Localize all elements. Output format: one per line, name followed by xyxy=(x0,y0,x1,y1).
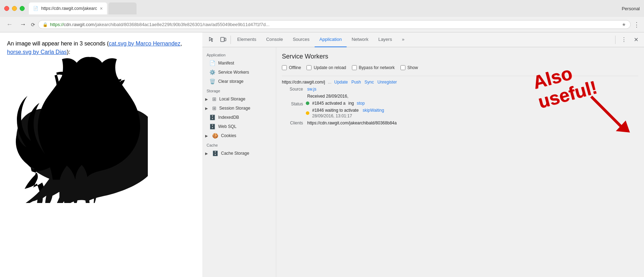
tab-network[interactable]: Network xyxy=(347,32,373,47)
manifest-icon: 📄 xyxy=(209,60,215,66)
url-path: /jakearchibald/80368b84ac1ae8e229fc90b3f… xyxy=(94,22,269,27)
sw-status-entries: #1845 activated a ing stop #1846 waiting… xyxy=(306,101,384,118)
sw-option-update-on-reload[interactable]: Update on reload xyxy=(307,65,346,70)
sw-status-entry-1845: #1845 activated a ing stop xyxy=(306,101,384,106)
browser-menu-button[interactable]: ⋮ xyxy=(633,21,640,29)
offline-checkbox[interactable] xyxy=(282,65,287,70)
tab-elements[interactable]: Elements xyxy=(232,32,261,47)
toolbar-separator xyxy=(231,36,231,44)
forward-button[interactable]: → xyxy=(18,20,28,29)
tab-favicon: 📄 xyxy=(33,6,38,11)
sw-option-show[interactable]: Show xyxy=(400,65,418,70)
sw-status-entry-1846: #1846 waiting to activate skipWaiting 28… xyxy=(306,108,384,118)
browser-tab[interactable]: 📄 https://cdn.rawgit.com/jakearc × xyxy=(29,2,107,14)
service-workers-title: Service Workers xyxy=(282,53,638,60)
sw-worker-row: https://cdn.rawgit.com/j ... Update Push… xyxy=(282,80,638,85)
sw-waiting-dot xyxy=(306,111,309,115)
web-sql-icon: 🗄️ xyxy=(209,124,215,129)
show-checkbox[interactable] xyxy=(400,65,405,70)
sw-unregister-link[interactable]: Unregister xyxy=(377,80,397,85)
devtools-right-icons: ⋮ ✕ xyxy=(614,35,641,44)
title-bar: 📄 https://cdn.rawgit.com/jakearc × Perso… xyxy=(0,0,644,17)
maximize-button[interactable] xyxy=(20,6,25,11)
cookies-icon: 🍪 xyxy=(212,133,218,138)
sw-received-row: Received 28/09/2016, xyxy=(282,94,638,99)
tab-layers[interactable]: Layers xyxy=(373,32,397,47)
sw-skip-waiting-link[interactable]: skipWaiting xyxy=(362,108,384,113)
sw-1846-info: #1846 waiting to activate skipWaiting 28… xyxy=(312,108,384,118)
devtools-tabs: Elements Console Sources Application Net… xyxy=(232,32,614,47)
sw-stop-link[interactable]: stop xyxy=(357,101,365,106)
sw-source-link[interactable]: sw.js xyxy=(307,87,316,92)
right-separator xyxy=(615,36,615,44)
tab-sources[interactable]: Sources xyxy=(288,32,315,47)
sidebar-item-cache-storage[interactable]: ▶ 🗄️ Cache Storage xyxy=(202,149,276,158)
new-tab-ghost xyxy=(108,2,137,14)
sidebar-item-manifest[interactable]: 📄 Manifest xyxy=(202,59,276,68)
session-storage-icon: ⊞ xyxy=(212,105,216,111)
sw-sync-link[interactable]: Sync xyxy=(365,80,374,85)
sw-worker-url: https://cdn.rawgit.com/j xyxy=(282,80,325,85)
cat-silhouette xyxy=(14,42,183,197)
sidebar-item-session-storage[interactable]: ▶ ⊞ Session Storage xyxy=(202,104,276,113)
session-storage-arrow-icon: ▶ xyxy=(205,106,209,110)
sw-option-bypass-network[interactable]: Bypass for network xyxy=(352,65,395,70)
sw-1845-text: #1845 activated a xyxy=(312,101,346,106)
sw-option-offline[interactable]: Offline xyxy=(282,65,301,70)
sw-push-link[interactable]: Push xyxy=(351,80,361,85)
sw-clients-value: https://cdn.rawgit.com/jakearchibald/803… xyxy=(307,121,397,125)
sidebar-item-cookies[interactable]: ▶ 🍪 Cookies xyxy=(202,131,276,140)
reload-button[interactable]: ⟳ xyxy=(31,22,35,27)
sw-clients-label: Clients xyxy=(282,121,303,125)
sw-received-value: Received 28/09/2016, xyxy=(307,94,348,99)
device-toolbar-button[interactable] xyxy=(217,35,229,45)
tab-application[interactable]: Application xyxy=(315,32,347,47)
url-text: https://cdn.rawgit.com/jakearchibald/803… xyxy=(50,22,270,27)
show-label: Show xyxy=(408,65,418,70)
sidebar-item-clear-storage[interactable]: 🗑️ Clear storage xyxy=(202,77,276,86)
profile-label: Personal xyxy=(622,6,640,11)
bypass-network-label: Bypass for network xyxy=(359,65,395,70)
indexeddb-icon: 🗄️ xyxy=(209,115,215,120)
sidebar-section-application: Application xyxy=(202,50,276,59)
offline-label: Offline xyxy=(289,65,301,70)
sw-source-row: Source sw.js xyxy=(282,87,638,92)
tab-title: https://cdn.rawgit.com/jakearc xyxy=(41,6,97,11)
devtools-sidebar: Application 📄 Manifest ⚙️ Service Worker… xyxy=(202,47,276,277)
security-lock-icon: 🔒 xyxy=(43,22,48,27)
sidebar-item-service-workers[interactable]: ⚙️ Service Workers xyxy=(202,68,276,77)
sw-1846-text: #1846 waiting to activate xyxy=(312,108,359,113)
tab-console[interactable]: Console xyxy=(261,32,288,47)
sw-1845-suffix: ing xyxy=(348,101,354,106)
back-button[interactable]: ← xyxy=(4,20,15,29)
devtools-menu-button[interactable]: ⋮ xyxy=(618,35,630,44)
tab-more[interactable]: » xyxy=(397,32,409,47)
sidebar-item-indexeddb[interactable]: 🗄️ IndexedDB xyxy=(202,113,276,122)
update-on-reload-checkbox[interactable] xyxy=(307,65,311,70)
local-storage-arrow-icon: ▶ xyxy=(205,97,209,101)
svg-rect-0 xyxy=(221,37,224,42)
sidebar-item-web-sql[interactable]: 🗄️ Web SQL xyxy=(202,122,276,131)
page-content: An image will appear here in 3 seconds (… xyxy=(0,32,202,277)
cookies-arrow-icon: ▶ xyxy=(205,134,209,138)
sw-update-link[interactable]: Update xyxy=(334,80,348,85)
devtools-close-button[interactable]: ✕ xyxy=(631,35,641,44)
inspect-element-button[interactable] xyxy=(205,35,217,45)
sidebar-item-local-storage[interactable]: ▶ ⊞ Local Storage xyxy=(202,94,276,104)
sw-status-row: Status #1845 activated a ing stop xyxy=(282,101,638,118)
svg-rect-1 xyxy=(225,38,226,41)
sidebar-section-storage: Storage xyxy=(202,86,276,94)
url-scheme: https:// xyxy=(50,22,64,27)
tab-close-button[interactable]: × xyxy=(100,6,103,11)
main-content: An image will appear here in 3 seconds (… xyxy=(0,32,644,277)
sw-divider xyxy=(282,76,638,76)
minimize-button[interactable] xyxy=(12,6,17,11)
url-host: cdn.rawgit.com xyxy=(64,22,94,27)
url-bar[interactable]: 🔒 https://cdn.rawgit.com/jakearchibald/8… xyxy=(38,20,631,29)
bookmark-star-icon[interactable]: ★ xyxy=(622,22,626,27)
close-button[interactable] xyxy=(4,6,9,11)
sidebar-section-cache: Cache xyxy=(202,140,276,149)
devtools-main-panel: Service Workers Offline Update on reload xyxy=(276,47,644,133)
local-storage-icon: ⊞ xyxy=(212,96,216,102)
bypass-network-checkbox[interactable] xyxy=(352,65,357,70)
